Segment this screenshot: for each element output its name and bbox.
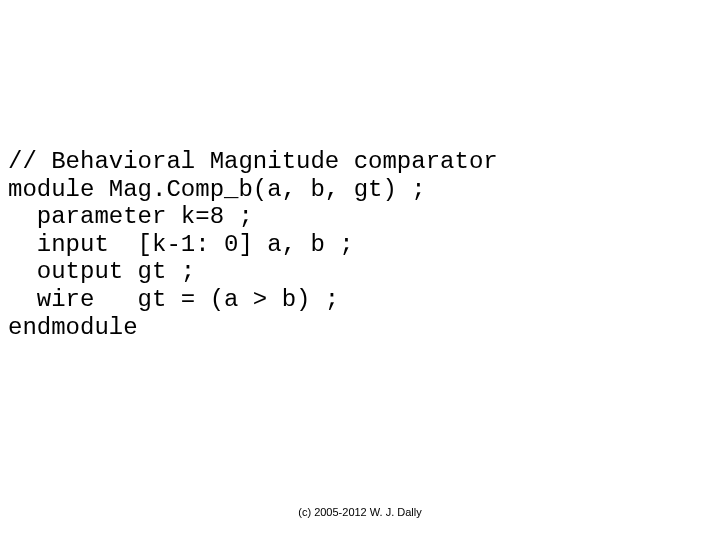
code-line-5: output gt ; xyxy=(8,258,195,285)
code-line-7: endmodule xyxy=(8,314,138,341)
code-line-2: module Mag.Comp_b(a, b, gt) ; xyxy=(8,176,426,203)
code-line-4: input [k-1: 0] a, b ; xyxy=(8,231,354,258)
code-line-6: wire gt = (a > b) ; xyxy=(8,286,339,313)
code-block: // Behavioral Magnitude comparator modul… xyxy=(8,148,498,341)
copyright-footer: (c) 2005-2012 W. J. Dally xyxy=(0,506,720,518)
code-line-1: // Behavioral Magnitude comparator xyxy=(8,148,498,175)
code-line-3: parameter k=8 ; xyxy=(8,203,253,230)
